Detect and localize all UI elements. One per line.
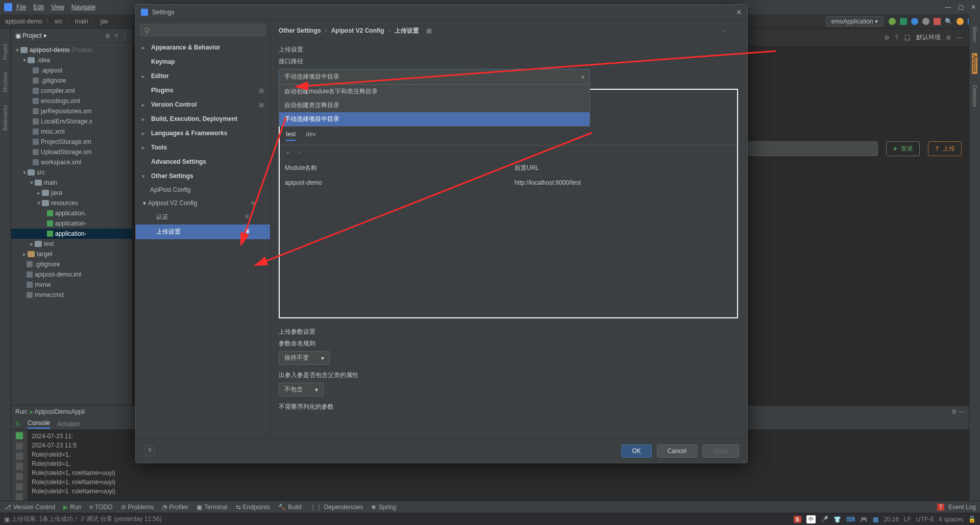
- sb-deps[interactable]: ⋮⋮ Dependencies: [310, 504, 363, 511]
- tree-item[interactable]: .gitignore: [41, 77, 66, 84]
- gear-icon[interactable]: ⚙: [884, 34, 890, 41]
- nav-fwd-icon[interactable]: →: [733, 27, 739, 34]
- ime-lang[interactable]: 中: [806, 515, 816, 523]
- ok-button[interactable]: OK: [621, 444, 651, 458]
- sb-todo[interactable]: ≡ TODO: [89, 504, 112, 511]
- remove-row-icon[interactable]: －: [296, 148, 302, 157]
- send-button[interactable]: ✈ 发送: [886, 141, 920, 156]
- td-module[interactable]: apipost-demo: [280, 176, 509, 189]
- combo-opt-a[interactable]: 自动创建module名字和类注释目录: [279, 85, 590, 98]
- td-url[interactable]: http://localhost:8000/test: [509, 176, 737, 189]
- path-combo[interactable]: 手动选择项目中目录▾ 自动创建module名字和类注释目录 自动创建类注释目录 …: [279, 69, 590, 85]
- panel-min-icon[interactable]: —: [957, 34, 963, 41]
- env-tab-test[interactable]: test: [286, 131, 296, 141]
- combo-opt-b[interactable]: 自动创建类注释目录: [279, 98, 590, 112]
- up-icon[interactable]: [16, 442, 23, 449]
- cancel-button[interactable]: Cancel: [657, 444, 697, 458]
- sub-upload-settings[interactable]: 上传设置▣: [136, 224, 270, 239]
- cat-vcs[interactable]: ▸Version Control▣: [136, 97, 270, 112]
- tree-item-selected[interactable]: application-: [55, 230, 86, 237]
- print-icon[interactable]: [16, 473, 23, 480]
- settings-search-input[interactable]: Q-: [140, 24, 266, 36]
- stop-icon[interactable]: [934, 18, 941, 25]
- param-rule-combo[interactable]: 保持不变▾: [279, 351, 330, 365]
- cat-other[interactable]: ▾Other Settings: [136, 169, 270, 183]
- tree-item[interactable]: LocalEnvStorage.x: [41, 118, 92, 125]
- rerun-icon[interactable]: [16, 432, 23, 439]
- cat-advanced[interactable]: Advanced Settings: [136, 155, 270, 169]
- sb-endpoints[interactable]: ⇆ Endpoints: [236, 504, 270, 511]
- env-select[interactable]: 默认环境: [916, 33, 941, 42]
- locate-icon[interactable]: ⊕: [105, 32, 110, 39]
- cat-plugins[interactable]: Plugins▣: [136, 83, 270, 97]
- upload-button[interactable]: ⤒ 上传: [928, 141, 962, 156]
- sb-lf[interactable]: LF: [904, 516, 911, 523]
- tree-src[interactable]: src: [37, 169, 45, 176]
- dlg-bread-v2[interactable]: Apipost V2 Config: [331, 27, 384, 34]
- sb-terminal[interactable]: ▣ Terminal: [197, 504, 227, 511]
- tree-item[interactable]: workspace.xml: [41, 159, 81, 166]
- tree-item[interactable]: UploadStorage.xm: [41, 148, 91, 156]
- window-icon[interactable]: ▣: [4, 516, 10, 523]
- breadcrumb-java[interactable]: jav: [101, 18, 108, 25]
- cat-appearance[interactable]: ▸Appearance & Behavior: [136, 40, 270, 55]
- tab-actuator[interactable]: Actuator: [57, 420, 80, 428]
- cat-langs[interactable]: ▸Languages & Frameworks: [136, 126, 270, 140]
- apply-button[interactable]: Apply: [702, 444, 739, 458]
- parent-combo[interactable]: 不包含▾: [279, 383, 324, 396]
- sub-auth[interactable]: 认证▣: [136, 210, 270, 224]
- tree-java[interactable]: java: [51, 189, 62, 196]
- headphone-icon[interactable]: 🎧: [903, 34, 911, 41]
- ime-voice-icon[interactable]: 🎤: [821, 516, 828, 523]
- menu-file[interactable]: File: [16, 4, 26, 11]
- run-icon[interactable]: [889, 18, 896, 25]
- run-config-select[interactable]: emoApplication ▾: [826, 16, 884, 27]
- tree-item[interactable]: mvnw: [35, 281, 51, 288]
- ime-apps-icon[interactable]: ▦: [873, 516, 878, 523]
- tree-item[interactable]: .apipost: [41, 67, 62, 74]
- window-maximize-icon[interactable]: ▢: [958, 4, 964, 11]
- eventlog-badge[interactable]: 7: [937, 504, 944, 511]
- sb-readonly-icon[interactable]: 🔓: [968, 516, 976, 523]
- breadcrumb-root[interactable]: apipost-demo: [5, 18, 42, 25]
- sb-problems[interactable]: ⊘ Problems: [121, 504, 154, 511]
- run-rerun-icon[interactable]: ↻: [15, 420, 20, 428]
- tree-item[interactable]: application-: [55, 220, 86, 227]
- combo-opt-c[interactable]: 手动选择项目中目录: [279, 112, 590, 126]
- expand-icon[interactable]: ≡: [114, 32, 118, 39]
- help-icon[interactable]: ?: [895, 34, 898, 41]
- tree-resources[interactable]: resources: [51, 199, 78, 207]
- menu-view[interactable]: View: [51, 4, 64, 11]
- tree-item[interactable]: .gitignore: [35, 261, 60, 268]
- sb-spring[interactable]: ❀ Spring: [371, 504, 396, 511]
- stripe-apipost[interactable]: Apipost: [972, 53, 977, 74]
- tab-console[interactable]: Console: [28, 419, 50, 429]
- env-tab-dev[interactable]: dev: [306, 131, 315, 141]
- sb-run[interactable]: ▶ Run: [63, 504, 81, 511]
- stripe-project[interactable]: Project: [3, 44, 8, 60]
- sb-build[interactable]: 🔨 Build: [278, 504, 302, 511]
- cat-keymap[interactable]: Keymap: [136, 55, 270, 69]
- breadcrumb-main[interactable]: main: [75, 18, 88, 25]
- tree-target[interactable]: target: [37, 251, 53, 258]
- ime-logo-icon[interactable]: S: [794, 516, 801, 523]
- debug-icon[interactable]: [900, 18, 907, 25]
- tree-item[interactable]: compiler.xml: [41, 87, 75, 94]
- ime-game-icon[interactable]: 🎮: [860, 516, 868, 523]
- cat-tools[interactable]: ▸Tools: [136, 140, 270, 155]
- sb-profiler[interactable]: ◔ Profiler: [162, 504, 188, 511]
- window-minimize-icon[interactable]: —: [945, 4, 951, 11]
- tree-main[interactable]: main: [44, 179, 57, 186]
- dialog-close-icon[interactable]: ✕: [736, 8, 742, 16]
- ai-icon[interactable]: [957, 18, 964, 25]
- breadcrumb-src[interactable]: src: [55, 18, 63, 25]
- tree-item[interactable]: ProjectStorage.xm: [41, 138, 91, 145]
- cat-editor[interactable]: ▸Editor: [136, 69, 270, 83]
- sb-eventlog[interactable]: Event Log: [948, 504, 976, 511]
- help-icon[interactable]: ?: [144, 445, 155, 457]
- tree-test[interactable]: test: [44, 240, 54, 247]
- breadcrumb[interactable]: apipost-demo〉 src〉 main〉 jav: [5, 17, 108, 26]
- ime-skin-icon[interactable]: 👕: [834, 516, 841, 523]
- tree-item[interactable]: misc.xml: [41, 128, 65, 135]
- trash-icon[interactable]: [16, 493, 23, 501]
